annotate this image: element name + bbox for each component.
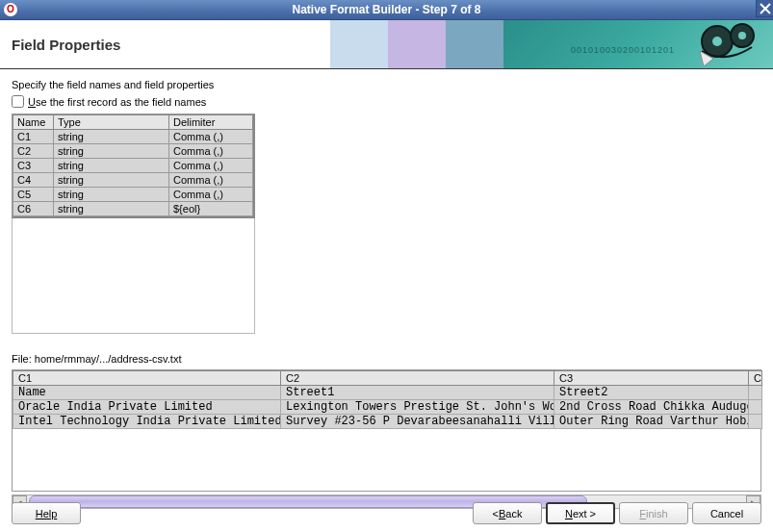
- preview-cell[interactable]: [749, 415, 762, 429]
- delimiter-cell[interactable]: Comma (,): [169, 144, 253, 159]
- name-input[interactable]: [17, 189, 49, 200]
- header-decoration: 001010030200101201: [330, 20, 773, 68]
- fields-row[interactable]: string${eol}: [13, 202, 253, 216]
- preview-row[interactable]: NameStreet1Street2: [13, 386, 762, 400]
- window-title: Native Format Builder - Step 7 of 8: [292, 3, 480, 16]
- titlebar: O Native Format Builder - Step 7 of 8: [0, 0, 773, 20]
- preview-row[interactable]: Oracle India Private Limited Lexington T…: [13, 400, 762, 415]
- name-cell[interactable]: [13, 202, 54, 216]
- fields-table[interactable]: Name Type Delimiter stringComma (,)strin…: [12, 114, 255, 218]
- delimiter-cell[interactable]: Comma (,): [169, 159, 253, 173]
- preview-cell[interactable]: Survey #23-56 P Devarabeesanahalli Villa…: [281, 415, 554, 429]
- preview-row[interactable]: Intel Technology India Private Limited S…: [13, 415, 762, 429]
- preview-cell[interactable]: Oracle India Private Limited: [13, 400, 281, 415]
- name-cell[interactable]: [13, 173, 54, 188]
- type-cell[interactable]: string: [54, 188, 169, 202]
- preview-col-header[interactable]: C: [749, 371, 762, 386]
- fields-table-empty-area: [12, 218, 255, 334]
- preview-cell[interactable]: Lexington Towers Prestige St. John's Woo…: [281, 400, 554, 415]
- fields-row[interactable]: stringComma (,): [13, 130, 253, 144]
- close-button[interactable]: [756, 0, 773, 17]
- preview-cell[interactable]: Outer Ring Road Varthur Hobli: [554, 415, 749, 429]
- name-cell[interactable]: [13, 159, 54, 173]
- preview-col-header[interactable]: C2: [281, 371, 554, 386]
- svg-point-3: [738, 32, 746, 39]
- svg-point-1: [712, 37, 722, 46]
- type-cell[interactable]: string: [54, 202, 169, 216]
- help-button[interactable]: Help: [12, 502, 81, 524]
- name-cell[interactable]: [13, 188, 54, 202]
- col-type-header[interactable]: Type: [54, 115, 169, 130]
- wizard-footer: Help < Back Next > Finish Cancel: [0, 502, 773, 524]
- fields-row[interactable]: stringComma (,): [13, 144, 253, 159]
- preview-cell[interactable]: Name: [13, 386, 281, 400]
- preview-cell[interactable]: Street2: [554, 386, 749, 400]
- delimiter-cell[interactable]: Comma (,): [169, 188, 253, 202]
- cancel-button[interactable]: Cancel: [692, 502, 761, 524]
- col-name-header[interactable]: Name: [13, 115, 54, 130]
- finish-button: Finish: [619, 502, 688, 524]
- preview-cell[interactable]: [749, 400, 762, 415]
- name-input[interactable]: [17, 131, 49, 142]
- type-cell[interactable]: string: [54, 144, 169, 159]
- back-button[interactable]: < Back: [473, 502, 542, 524]
- use-first-record-label[interactable]: Use the first record as the field names: [28, 96, 206, 108]
- name-input[interactable]: [17, 174, 49, 186]
- fields-row[interactable]: stringComma (,): [13, 173, 253, 188]
- preview-empty-area: [13, 429, 760, 491]
- next-button[interactable]: Next >: [546, 502, 615, 524]
- close-icon: [760, 3, 771, 14]
- preview-table[interactable]: C1C2C3C NameStreet1Street2Oracle India P…: [12, 369, 761, 492]
- page-title: Field Properties: [0, 37, 120, 53]
- preview-cell[interactable]: [749, 386, 762, 400]
- preview-cell[interactable]: Intel Technology India Private Limited: [13, 415, 281, 429]
- name-input[interactable]: [17, 160, 49, 171]
- col-delimiter-header[interactable]: Delimiter: [169, 115, 253, 130]
- name-cell[interactable]: [13, 144, 54, 159]
- type-cell[interactable]: string: [54, 130, 169, 144]
- type-cell[interactable]: string: [54, 173, 169, 188]
- instruction-text: Specify the field names and field proper…: [12, 79, 761, 90]
- name-input[interactable]: [17, 145, 49, 157]
- preview-col-header[interactable]: C1: [13, 371, 281, 386]
- header-band: Field Properties 001010030200101201: [0, 20, 773, 68]
- file-path-label: File: home/rmmay/.../address-csv.txt: [12, 353, 761, 365]
- type-cell[interactable]: string: [54, 159, 169, 173]
- name-cell[interactable]: [13, 130, 54, 144]
- preview-cell[interactable]: 2nd Cross Road Chikka Audugodi: [554, 400, 749, 415]
- name-input[interactable]: [17, 203, 49, 215]
- fields-row[interactable]: stringComma (,): [13, 159, 253, 173]
- film-reel-icon: [696, 22, 763, 66]
- delimiter-cell[interactable]: Comma (,): [169, 173, 253, 188]
- fields-row[interactable]: stringComma (,): [13, 188, 253, 202]
- preview-cell[interactable]: Street1: [281, 386, 554, 400]
- preview-col-header[interactable]: C3: [554, 371, 749, 386]
- use-first-record-checkbox[interactable]: [12, 95, 24, 108]
- delimiter-cell[interactable]: ${eol}: [169, 202, 253, 216]
- app-icon: O: [4, 3, 17, 16]
- delimiter-cell[interactable]: Comma (,): [169, 130, 253, 144]
